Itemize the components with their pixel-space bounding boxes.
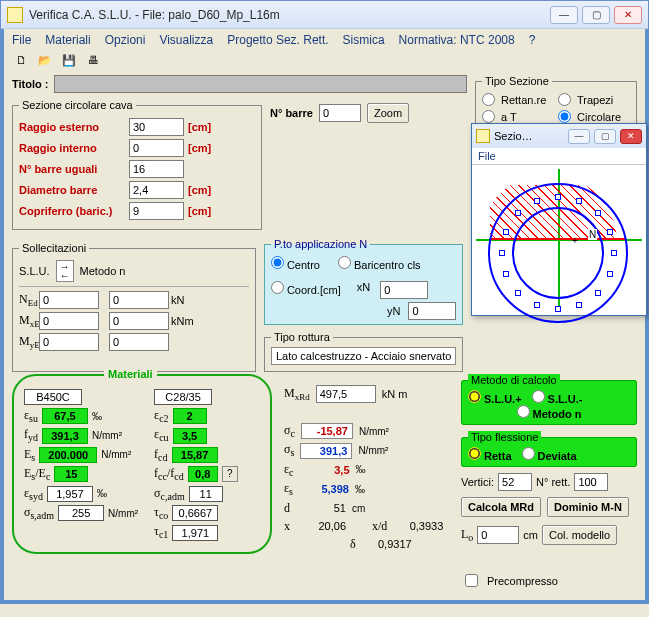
- rebar-icon: [503, 271, 509, 277]
- mc-slup[interactable]: S.L.U.+: [468, 390, 522, 405]
- pto-baricentro[interactable]: Baricentro cls: [338, 256, 421, 271]
- xn-input[interactable]: [380, 281, 428, 299]
- tf-deviata[interactable]: Deviata: [522, 447, 577, 462]
- vertici-input[interactable]: [498, 473, 532, 491]
- print-icon[interactable]: 🖶: [84, 51, 102, 69]
- myed-b-input[interactable]: [109, 333, 169, 351]
- open-icon[interactable]: 📂: [36, 51, 54, 69]
- sigs-val: 391,3: [300, 443, 352, 459]
- colmodello-button[interactable]: Col. modello: [542, 525, 617, 545]
- menu-help[interactable]: ?: [529, 33, 536, 47]
- precompresso-checkbox[interactable]: [465, 574, 478, 587]
- metodon-label: Metodo n: [80, 265, 126, 277]
- fcd-label: fcd: [154, 447, 167, 463]
- raggio-interno-label: Raggio interno: [19, 142, 129, 154]
- menu-progetto[interactable]: Progetto Sez. Rett.: [227, 33, 328, 47]
- pto-coord[interactable]: Coord.[cm]: [271, 281, 341, 296]
- save-icon[interactable]: 💾: [60, 51, 78, 69]
- menu-opzioni[interactable]: Opzioni: [105, 33, 146, 47]
- lo-input[interactable]: [477, 526, 519, 544]
- tf-retta[interactable]: Retta: [468, 447, 512, 462]
- epssyd-label: εsyd: [24, 486, 43, 502]
- raggio-esterno-input[interactable]: [129, 118, 184, 136]
- dominio-button[interactable]: Dominio M-N: [547, 497, 629, 517]
- tiposez-rettanre[interactable]: Rettan.re: [482, 93, 554, 106]
- help-button[interactable]: ?: [222, 466, 238, 482]
- myed-a-input[interactable]: [39, 333, 99, 351]
- titolo-input[interactable]: [54, 75, 467, 93]
- menu-materiali[interactable]: Materiali: [45, 33, 90, 47]
- sezio-menu-file[interactable]: File: [478, 150, 496, 162]
- content: Titolo : Sezione circolare cava Raggio e…: [4, 75, 645, 594]
- tiposez-circolare[interactable]: Circolare: [558, 110, 630, 123]
- zoom-button[interactable]: Zoom: [367, 103, 409, 123]
- epsc2-box[interactable]: 2: [173, 408, 207, 424]
- rebar-icon: [534, 302, 540, 308]
- window-title: Verifica C.A. S.L.U. - File: palo_D60_Mp…: [29, 8, 550, 22]
- tiposez-at[interactable]: a T: [482, 110, 554, 123]
- tipo-flessione-legend: Tipo flessione: [468, 431, 541, 443]
- mxed-label: MxEd: [19, 313, 39, 329]
- nrett-input[interactable]: [574, 473, 608, 491]
- maximize-button[interactable]: ▢: [582, 6, 610, 24]
- mc-slum[interactable]: S.L.U.-: [532, 390, 583, 405]
- rebar-icon: [611, 250, 617, 256]
- mxed-b-input[interactable]: [109, 312, 169, 330]
- epsc-val: 3,5: [300, 464, 350, 476]
- menu-visualizza[interactable]: Visualizza: [159, 33, 213, 47]
- nbarre-uguali-input[interactable]: [129, 160, 184, 178]
- minimize-button[interactable]: —: [550, 6, 578, 24]
- tiposez-trapezi[interactable]: Trapezi: [558, 93, 630, 106]
- epssu-box[interactable]: 67,5: [42, 408, 88, 424]
- d-val: 51: [296, 502, 346, 514]
- raggio-esterno-label: Raggio esterno: [19, 121, 129, 133]
- epssyd-box: 1,957: [47, 486, 93, 502]
- menu-sismica[interactable]: Sismica: [343, 33, 385, 47]
- menu-file[interactable]: File: [12, 33, 31, 47]
- slu-label: S.L.U.: [19, 265, 50, 277]
- x-val: 20,06: [296, 520, 346, 532]
- mc-metodon[interactable]: Metodo n: [517, 405, 582, 420]
- mxed-a-input[interactable]: [39, 312, 99, 330]
- tauc1-label: τc1: [154, 524, 168, 540]
- epss-val: 5,398: [299, 483, 349, 495]
- raggio-interno-input[interactable]: [129, 139, 184, 157]
- tauco-label: τco: [154, 505, 168, 521]
- es-box[interactable]: 200.000: [39, 447, 97, 463]
- menubar: File Materiali Opzioni Visualizza Proget…: [4, 29, 645, 49]
- tipo-rottura-value: Lato calcestruzzo - Acciaio snervato: [271, 347, 456, 365]
- arrows-icon[interactable]: →←: [56, 260, 74, 282]
- pto-centro[interactable]: Centro: [271, 256, 320, 271]
- fccfcd-box[interactable]: 0,8: [188, 466, 218, 482]
- sezio-maximize[interactable]: ▢: [594, 129, 616, 144]
- epscu-box[interactable]: 3,5: [173, 428, 207, 444]
- rebar-icon: [515, 210, 521, 216]
- conc-box[interactable]: C28/35: [154, 389, 212, 405]
- sezione-circolare-fieldset: Sezione circolare cava Raggio esterno[cm…: [12, 99, 262, 230]
- copriferro-input[interactable]: [129, 202, 184, 220]
- fcd-box[interactable]: 15,87: [172, 447, 218, 463]
- sezio-minimize[interactable]: —: [568, 129, 590, 144]
- nbarre-input[interactable]: [319, 104, 361, 122]
- epss-label: εs: [284, 481, 293, 497]
- tipo-rottura-fieldset: Tipo rottura Lato calcestruzzo - Acciaio…: [264, 331, 463, 372]
- ned-unit: kN: [171, 294, 201, 306]
- sezio-close[interactable]: ✕: [620, 129, 642, 144]
- menu-normativa[interactable]: Normativa: NTC 2008: [399, 33, 515, 47]
- sigmasadm-label: σs,adm: [24, 505, 54, 521]
- steel-box[interactable]: B450C: [24, 389, 82, 405]
- calcola-button[interactable]: Calcola MRd: [461, 497, 541, 517]
- mxrd-label: MxRd: [284, 386, 310, 402]
- close-button[interactable]: ✕: [614, 6, 642, 24]
- new-icon[interactable]: 🗋: [12, 51, 30, 69]
- app-icon: [7, 7, 23, 23]
- mxrd-input[interactable]: [316, 385, 376, 403]
- es-label: Es: [24, 447, 35, 463]
- ned-b-input[interactable]: [109, 291, 169, 309]
- yn-input[interactable]: [408, 302, 456, 320]
- diametro-barre-input[interactable]: [129, 181, 184, 199]
- fyd-box[interactable]: 391,3: [42, 428, 88, 444]
- rebar-icon: [607, 271, 613, 277]
- ned-a-input[interactable]: [39, 291, 99, 309]
- esec-box[interactable]: 15: [54, 466, 88, 482]
